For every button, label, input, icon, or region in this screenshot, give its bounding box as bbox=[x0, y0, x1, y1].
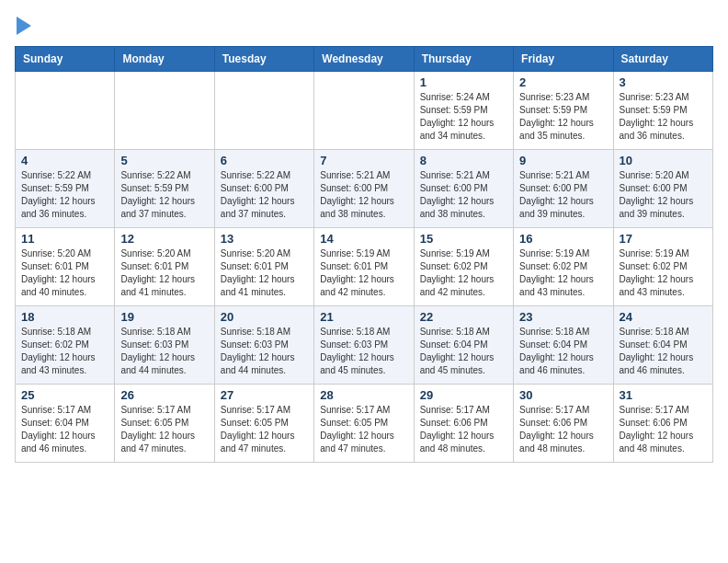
day-info: Sunrise: 5:17 AM Sunset: 6:06 PM Dayligh… bbox=[420, 404, 507, 455]
day-number: 19 bbox=[120, 310, 208, 324]
weekday-header-tuesday: Tuesday bbox=[214, 47, 313, 72]
day-info: Sunrise: 5:20 AM Sunset: 6:01 PM Dayligh… bbox=[221, 247, 308, 299]
calendar-cell: 14Sunrise: 5:19 AM Sunset: 6:01 PM Dayli… bbox=[314, 228, 414, 306]
day-info: Sunrise: 5:17 AM Sunset: 6:05 PM Dayligh… bbox=[320, 404, 407, 455]
calendar-cell: 3Sunrise: 5:23 AM Sunset: 5:59 PM Daylig… bbox=[613, 72, 712, 150]
day-number: 30 bbox=[519, 388, 607, 402]
calendar-cell: 5Sunrise: 5:22 AM Sunset: 5:59 PM Daylig… bbox=[115, 150, 214, 228]
weekday-header-row: SundayMondayTuesdayWednesdayThursdayFrid… bbox=[16, 47, 713, 72]
calendar-cell: 30Sunrise: 5:17 AM Sunset: 6:06 PM Dayli… bbox=[514, 385, 613, 463]
day-info: Sunrise: 5:18 AM Sunset: 6:04 PM Dayligh… bbox=[620, 326, 707, 377]
calendar-cell: 31Sunrise: 5:17 AM Sunset: 6:06 PM Dayli… bbox=[613, 385, 712, 463]
calendar-cell: 6Sunrise: 5:22 AM Sunset: 6:00 PM Daylig… bbox=[214, 150, 313, 228]
calendar-cell: 18Sunrise: 5:18 AM Sunset: 6:02 PM Dayli… bbox=[16, 306, 115, 385]
page-header bbox=[15, 15, 713, 35]
day-number: 20 bbox=[221, 310, 308, 324]
calendar-cell bbox=[314, 72, 414, 150]
calendar-cell: 26Sunrise: 5:17 AM Sunset: 6:05 PM Dayli… bbox=[115, 385, 214, 463]
day-number: 13 bbox=[221, 232, 308, 246]
calendar-week-5: 25Sunrise: 5:17 AM Sunset: 6:04 PM Dayli… bbox=[16, 385, 713, 463]
calendar-cell bbox=[16, 72, 115, 150]
calendar-cell: 16Sunrise: 5:19 AM Sunset: 6:02 PM Dayli… bbox=[514, 228, 613, 306]
calendar-cell: 2Sunrise: 5:23 AM Sunset: 5:59 PM Daylig… bbox=[514, 72, 613, 150]
calendar-cell: 27Sunrise: 5:17 AM Sunset: 6:05 PM Dayli… bbox=[214, 385, 313, 463]
day-info: Sunrise: 5:22 AM Sunset: 6:00 PM Dayligh… bbox=[221, 169, 308, 221]
calendar-cell: 15Sunrise: 5:19 AM Sunset: 6:02 PM Dayli… bbox=[414, 228, 513, 306]
day-number: 2 bbox=[519, 75, 607, 89]
day-number: 24 bbox=[620, 310, 707, 324]
calendar-table: SundayMondayTuesdayWednesdayThursdayFrid… bbox=[15, 46, 713, 463]
day-number: 21 bbox=[320, 310, 407, 324]
day-number: 12 bbox=[120, 232, 208, 246]
day-info: Sunrise: 5:17 AM Sunset: 6:06 PM Dayligh… bbox=[620, 404, 707, 455]
day-number: 3 bbox=[620, 75, 707, 89]
day-number: 31 bbox=[620, 388, 707, 402]
day-info: Sunrise: 5:18 AM Sunset: 6:03 PM Dayligh… bbox=[221, 326, 308, 377]
calendar-cell: 12Sunrise: 5:20 AM Sunset: 6:01 PM Dayli… bbox=[115, 228, 214, 306]
day-number: 5 bbox=[120, 154, 208, 167]
calendar-cell: 4Sunrise: 5:22 AM Sunset: 5:59 PM Daylig… bbox=[16, 150, 115, 228]
day-number: 29 bbox=[420, 388, 507, 402]
calendar-cell: 23Sunrise: 5:18 AM Sunset: 6:04 PM Dayli… bbox=[514, 306, 613, 385]
weekday-header-sunday: Sunday bbox=[16, 47, 115, 72]
logo bbox=[15, 15, 31, 35]
calendar-cell: 24Sunrise: 5:18 AM Sunset: 6:04 PM Dayli… bbox=[613, 306, 712, 385]
day-info: Sunrise: 5:24 AM Sunset: 5:59 PM Dayligh… bbox=[420, 91, 507, 143]
calendar-cell bbox=[214, 72, 313, 150]
day-number: 6 bbox=[221, 154, 308, 167]
day-number: 28 bbox=[320, 388, 407, 402]
day-info: Sunrise: 5:20 AM Sunset: 6:00 PM Dayligh… bbox=[620, 169, 707, 221]
day-info: Sunrise: 5:22 AM Sunset: 5:59 PM Dayligh… bbox=[120, 169, 208, 221]
day-number: 10 bbox=[620, 154, 707, 167]
day-number: 16 bbox=[519, 232, 607, 246]
day-info: Sunrise: 5:17 AM Sunset: 6:06 PM Dayligh… bbox=[519, 404, 607, 455]
day-number: 8 bbox=[420, 154, 507, 167]
day-info: Sunrise: 5:18 AM Sunset: 6:02 PM Dayligh… bbox=[21, 326, 108, 377]
calendar-cell: 10Sunrise: 5:20 AM Sunset: 6:00 PM Dayli… bbox=[613, 150, 712, 228]
day-info: Sunrise: 5:20 AM Sunset: 6:01 PM Dayligh… bbox=[120, 247, 208, 299]
calendar-cell: 1Sunrise: 5:24 AM Sunset: 5:59 PM Daylig… bbox=[414, 72, 513, 150]
day-info: Sunrise: 5:19 AM Sunset: 6:02 PM Dayligh… bbox=[519, 247, 607, 299]
calendar-cell: 13Sunrise: 5:20 AM Sunset: 6:01 PM Dayli… bbox=[214, 228, 313, 306]
weekday-header-thursday: Thursday bbox=[414, 47, 513, 72]
calendar-cell: 20Sunrise: 5:18 AM Sunset: 6:03 PM Dayli… bbox=[214, 306, 313, 385]
day-number: 7 bbox=[320, 154, 407, 167]
calendar-cell: 25Sunrise: 5:17 AM Sunset: 6:04 PM Dayli… bbox=[16, 385, 115, 463]
day-info: Sunrise: 5:21 AM Sunset: 6:00 PM Dayligh… bbox=[519, 169, 607, 221]
day-number: 23 bbox=[519, 310, 607, 324]
day-info: Sunrise: 5:18 AM Sunset: 6:04 PM Dayligh… bbox=[420, 326, 507, 377]
day-info: Sunrise: 5:17 AM Sunset: 6:04 PM Dayligh… bbox=[21, 404, 108, 455]
calendar-week-3: 11Sunrise: 5:20 AM Sunset: 6:01 PM Dayli… bbox=[16, 228, 713, 306]
day-number: 4 bbox=[21, 154, 108, 167]
day-info: Sunrise: 5:19 AM Sunset: 6:01 PM Dayligh… bbox=[320, 247, 407, 299]
day-info: Sunrise: 5:23 AM Sunset: 5:59 PM Dayligh… bbox=[519, 91, 607, 143]
day-info: Sunrise: 5:18 AM Sunset: 6:03 PM Dayligh… bbox=[320, 326, 407, 377]
calendar-cell: 8Sunrise: 5:21 AM Sunset: 6:00 PM Daylig… bbox=[414, 150, 513, 228]
calendar-cell: 9Sunrise: 5:21 AM Sunset: 6:00 PM Daylig… bbox=[514, 150, 613, 228]
day-number: 22 bbox=[420, 310, 507, 324]
calendar-cell: 7Sunrise: 5:21 AM Sunset: 6:00 PM Daylig… bbox=[314, 150, 414, 228]
day-number: 15 bbox=[420, 232, 507, 246]
day-number: 27 bbox=[221, 388, 308, 402]
calendar-week-2: 4Sunrise: 5:22 AM Sunset: 5:59 PM Daylig… bbox=[16, 150, 713, 228]
calendar-week-1: 1Sunrise: 5:24 AM Sunset: 5:59 PM Daylig… bbox=[16, 72, 713, 150]
weekday-header-friday: Friday bbox=[514, 47, 613, 72]
calendar-cell: 11Sunrise: 5:20 AM Sunset: 6:01 PM Dayli… bbox=[16, 228, 115, 306]
calendar-week-4: 18Sunrise: 5:18 AM Sunset: 6:02 PM Dayli… bbox=[16, 306, 713, 385]
day-info: Sunrise: 5:18 AM Sunset: 6:04 PM Dayligh… bbox=[519, 326, 607, 377]
weekday-header-wednesday: Wednesday bbox=[314, 47, 414, 72]
day-info: Sunrise: 5:19 AM Sunset: 6:02 PM Dayligh… bbox=[620, 247, 707, 299]
calendar-cell bbox=[115, 72, 214, 150]
day-info: Sunrise: 5:21 AM Sunset: 6:00 PM Dayligh… bbox=[320, 169, 407, 221]
day-info: Sunrise: 5:17 AM Sunset: 6:05 PM Dayligh… bbox=[221, 404, 308, 455]
day-number: 18 bbox=[21, 310, 108, 324]
day-number: 14 bbox=[320, 232, 407, 246]
day-info: Sunrise: 5:17 AM Sunset: 6:05 PM Dayligh… bbox=[120, 404, 208, 455]
weekday-header-monday: Monday bbox=[115, 47, 214, 72]
day-number: 17 bbox=[620, 232, 707, 246]
day-number: 1 bbox=[420, 75, 507, 89]
calendar-cell: 22Sunrise: 5:18 AM Sunset: 6:04 PM Dayli… bbox=[414, 306, 513, 385]
calendar-cell: 28Sunrise: 5:17 AM Sunset: 6:05 PM Dayli… bbox=[314, 385, 414, 463]
day-info: Sunrise: 5:20 AM Sunset: 6:01 PM Dayligh… bbox=[21, 247, 108, 299]
day-number: 25 bbox=[21, 388, 108, 402]
